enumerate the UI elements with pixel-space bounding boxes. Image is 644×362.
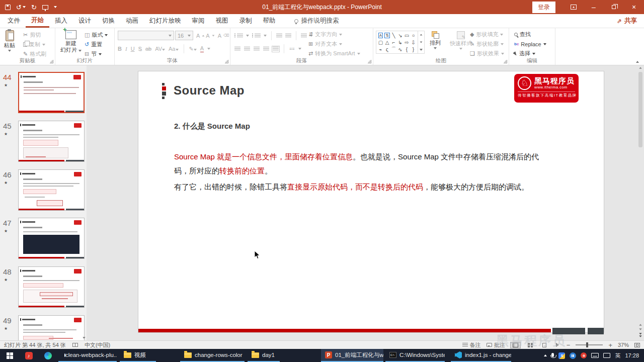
current-slide[interactable]: Source Map ♘ 黑马程序员www.itheima.com 传智播客旗下…: [138, 71, 604, 332]
shapes-scroll-down-icon[interactable]: [420, 41, 423, 43]
paste-button[interactable]: 粘贴: [4, 30, 15, 52]
taskbar-chrome-window[interactable]: clean-webpack-plu...: [58, 349, 117, 362]
shape-cell[interactable]: ╲: [392, 33, 395, 38]
shape-cell[interactable]: ⇨: [405, 40, 409, 45]
bullets-icon[interactable]: [237, 34, 243, 38]
line-spacing-icon[interactable]: [301, 34, 307, 38]
font-color-button[interactable]: A: [200, 45, 204, 53]
font-name-combo[interactable]: [118, 31, 174, 40]
shape-fill-button[interactable]: ◆形状填充: [470, 30, 504, 39]
quick-styles-button[interactable]: 快速样式: [450, 31, 472, 50]
shape-cell[interactable]: ⌁: [379, 47, 382, 52]
align-text-button[interactable]: ⊞对齐文本: [308, 39, 360, 49]
zoom-percentage[interactable]: 37%: [618, 342, 629, 348]
shape-cell[interactable]: ⇩: [411, 40, 415, 45]
scroll-up-icon[interactable]: [639, 67, 641, 69]
tab-file[interactable]: 文件: [2, 14, 26, 28]
zoom-in-button[interactable]: +: [608, 341, 612, 349]
align-left-icon[interactable]: [234, 47, 240, 51]
tab-design[interactable]: 设计: [73, 14, 97, 28]
slide-sorter-view-button[interactable]: [526, 342, 535, 348]
reading-view-button[interactable]: [540, 342, 548, 348]
columns-icon[interactable]: [273, 47, 279, 51]
drawing-dialog-launcher[interactable]: [504, 60, 507, 63]
tab-record[interactable]: 录制: [234, 14, 258, 28]
shape-cell[interactable]: △: [385, 40, 389, 45]
taskbar-folder-day1[interactable]: day1: [248, 349, 280, 362]
spellcheck-icon[interactable]: [72, 343, 78, 347]
text-shadow-button[interactable]: S: [138, 46, 142, 52]
shape-cell[interactable]: ↳: [398, 40, 402, 45]
text-direction-button[interactable]: ⇵文字方向: [308, 30, 360, 39]
pause-recording-tray-icon[interactable]: [570, 352, 576, 359]
reset-button[interactable]: ↺重置: [85, 40, 108, 49]
slide-scrollbar[interactable]: [637, 67, 643, 337]
justify-icon[interactable]: [263, 47, 269, 51]
notes-button[interactable]: 备注: [462, 341, 481, 349]
ribbon-display-options-button[interactable]: [564, 0, 584, 14]
fit-slide-to-window-icon[interactable]: [634, 343, 640, 347]
previous-slide-icon[interactable]: [639, 324, 641, 326]
taskbar-powerpoint-window[interactable]: P01_前端工程化与we...: [321, 349, 383, 362]
undo-dropdown-icon[interactable]: [23, 6, 26, 8]
slide-thumbnail-47[interactable]: [18, 218, 85, 259]
decrease-indent-icon[interactable]: [276, 34, 282, 38]
tab-transitions[interactable]: 切换: [97, 14, 120, 28]
next-slide-icon[interactable]: [639, 335, 641, 337]
undo-button[interactable]: ↺: [16, 4, 26, 11]
bold-button[interactable]: B: [118, 46, 122, 52]
find-button[interactable]: 查找: [514, 30, 546, 39]
align-right-icon[interactable]: [254, 47, 260, 51]
shapes-scroll-up-icon[interactable]: [420, 34, 423, 36]
slide-thumbnail-46[interactable]: [18, 169, 85, 211]
minimize-button[interactable]: –: [584, 0, 604, 14]
new-slide-button[interactable]: 新建幻灯片: [60, 30, 82, 53]
shape-cell[interactable]: ⌒: [391, 46, 396, 53]
slide-subtitle[interactable]: 2. 什么是 Source Map: [174, 122, 250, 131]
language-indicator[interactable]: 中文(中国): [85, 341, 110, 349]
increase-indent-icon[interactable]: [285, 34, 291, 38]
underline-button[interactable]: U: [131, 46, 135, 52]
thumbnails-scrollbar[interactable]: [81, 65, 87, 340]
zoom-slider-thumb[interactable]: [586, 342, 588, 347]
arrange-button[interactable]: 排列: [430, 31, 441, 49]
comments-button[interactable]: 批注: [487, 341, 505, 349]
layout-button[interactable]: ◫版式: [85, 30, 108, 40]
signin-button[interactable]: 登录: [532, 2, 555, 13]
display-tray-icon[interactable]: [603, 353, 610, 358]
shape-cell[interactable]: ↘: [398, 33, 402, 38]
restore-button[interactable]: [604, 0, 624, 14]
taskbar-cmd-window[interactable]: C:\C:\Windows\Syste...: [385, 349, 445, 362]
record-tray-icon[interactable]: [581, 352, 587, 358]
shape-cell[interactable]: ▭: [405, 33, 409, 38]
paragraph-dialog-launcher[interactable]: [368, 60, 371, 63]
shapes-more-icon[interactable]: [420, 49, 423, 51]
add-remove-columns-icon[interactable]: ≡≡: [289, 46, 295, 51]
replace-button[interactable]: bcReplace: [514, 39, 546, 49]
shape-cell[interactable]: {: [406, 47, 408, 52]
slide-thumbnail-49[interactable]: [18, 315, 85, 340]
clock[interactable]: 17:28: [625, 352, 639, 358]
tab-view[interactable]: 视图: [210, 14, 234, 28]
microphone-tray-icon[interactable]: [551, 353, 554, 357]
change-case-button[interactable]: Aa: [169, 46, 178, 52]
taskbar-vscode-window[interactable]: index1.js - change-r...: [451, 349, 511, 362]
italic-button[interactable]: I: [125, 46, 127, 52]
shape-cell[interactable]: ○: [412, 33, 415, 38]
tab-animations[interactable]: 动画: [120, 14, 144, 28]
font-dialog-launcher[interactable]: [225, 60, 228, 63]
taskbar-folder-video[interactable]: 视频: [120, 349, 156, 362]
ime-indicator[interactable]: 英: [615, 352, 620, 359]
shape-cell[interactable]: }: [413, 47, 414, 52]
slide-thumbnail-44[interactable]: [18, 72, 85, 113]
tab-help[interactable]: 帮助: [258, 14, 281, 28]
slideshow-view-button[interactable]: [554, 342, 561, 347]
hidden-icons-chevron[interactable]: [544, 354, 547, 356]
music-app-button[interactable]: ♪: [19, 349, 38, 362]
shrink-font-button[interactable]: A: [206, 31, 214, 40]
input-method-tray-icon[interactable]: S: [558, 352, 565, 359]
zoom-out-button[interactable]: −: [567, 341, 571, 349]
thumbnails-scroll-down-icon[interactable]: [83, 337, 85, 339]
shape-cell[interactable]: ⌐: [392, 40, 395, 45]
clipboard-dialog-launcher[interactable]: [50, 60, 53, 63]
